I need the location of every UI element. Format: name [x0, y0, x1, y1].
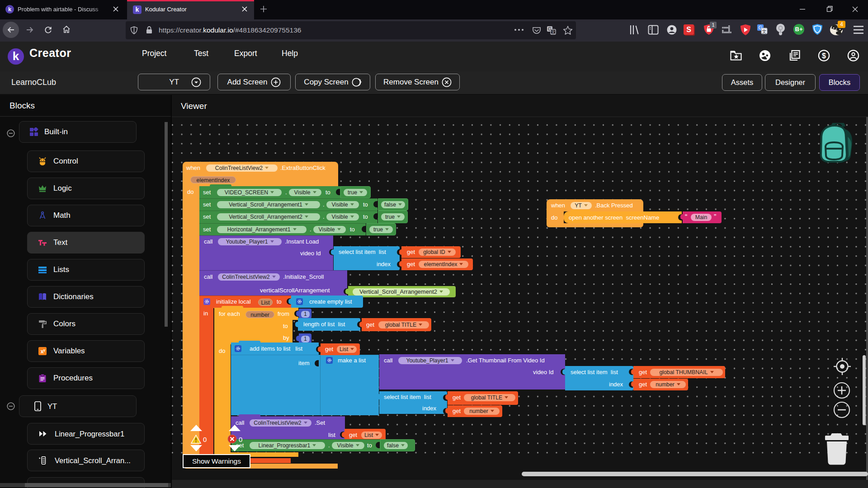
svg-text:y: y	[43, 348, 46, 352]
svg-text:文: 文	[551, 30, 555, 34]
svg-text:文: 文	[762, 29, 767, 34]
svg-text:$: $	[822, 52, 826, 60]
